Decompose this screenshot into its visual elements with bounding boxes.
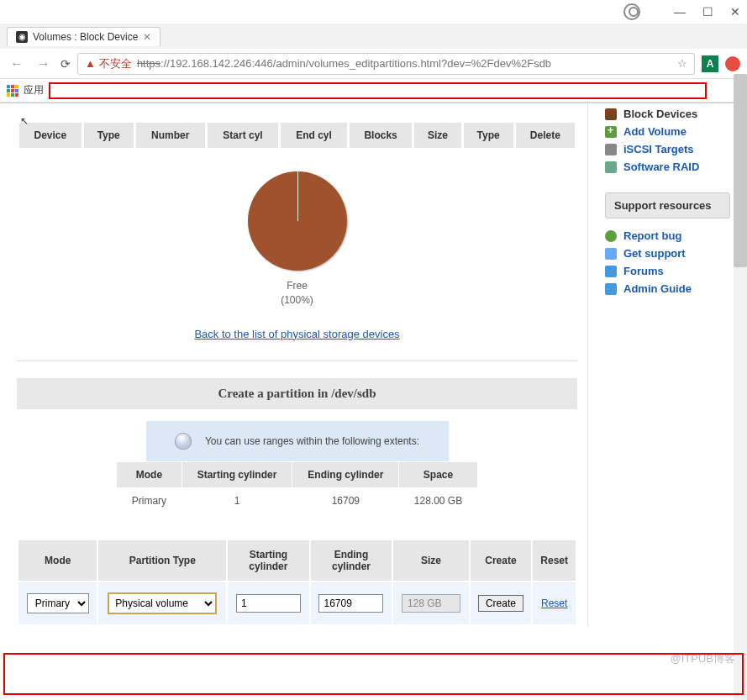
sidebar-link[interactable]: Forums: [623, 265, 664, 277]
browser-tab[interactable]: ◉ Volumes : Block Device ✕: [7, 27, 160, 46]
apps-label[interactable]: 应用: [24, 83, 44, 97]
th-type: Type: [84, 123, 134, 148]
insecure-label: 不安全: [99, 56, 132, 71]
forward-button: →: [34, 56, 54, 71]
browser-chrome: — ☐ ✕ ◉ Volumes : Block Device ✕ ← → ⟳ ▲…: [0, 0, 747, 103]
fh-end: Endingcylinder: [310, 539, 393, 582]
tab-bar: ◉ Volumes : Block Device ✕: [0, 24, 747, 49]
pie-chart: [248, 171, 347, 271]
extent-row: Primary 1 16709 128.00 GB: [117, 487, 477, 513]
pie-chart-wrap: Free (100%): [17, 171, 577, 308]
th-startcyl: Start cyl: [208, 123, 279, 148]
sidebar-link[interactable]: Admin Guide: [623, 282, 692, 295]
page-content: Device Type Number Start cyl End cyl Blo…: [0, 103, 747, 626]
sidebar-link[interactable]: Add Volume: [623, 125, 687, 138]
th-type2: Type: [464, 123, 513, 148]
fh-start: Startingcylinder: [227, 539, 310, 582]
fh-create: Create: [470, 539, 533, 582]
partition-table-header-row: Device Type Number Start cyl End cyl Blo…: [19, 123, 575, 148]
ev-space: 128.00 GB: [399, 487, 477, 513]
ev-start: 1: [181, 487, 292, 513]
sidebar-link[interactable]: iSCSI Targets: [623, 143, 694, 155]
user-icon[interactable]: [623, 3, 640, 20]
pie-label: Free (100%): [17, 279, 577, 308]
window-controls: — ☐ ✕: [0, 0, 747, 24]
tab-title: Volumes : Block Device: [33, 31, 138, 43]
sidebar-item[interactable]: Admin Guide: [605, 280, 730, 297]
address-row: ← → ⟳ ▲ 不安全 https://192.168.142.246:446/…: [0, 49, 747, 79]
favicon-icon: ◉: [16, 31, 28, 43]
partition-type-select[interactable]: Physical volume: [108, 592, 217, 614]
sidebar-link[interactable]: Software RAID: [623, 161, 699, 173]
eh-space: Space: [399, 461, 477, 487]
form-row: Primary Physical volume 128 GB Create↖ R…: [18, 582, 576, 625]
eh-mode: Mode: [117, 461, 181, 487]
lightbulb-icon: [175, 433, 192, 450]
mode-select[interactable]: Primary: [27, 593, 89, 613]
th-endcyl: End cyl: [281, 123, 347, 148]
sidebar-nav: Block DevicesAdd VolumeiSCSI TargetsSoft…: [605, 105, 730, 176]
eh-start: Starting cylinder: [181, 461, 292, 487]
ev-end: 16709: [292, 487, 399, 513]
close-tab-icon[interactable]: ✕: [143, 31, 151, 43]
separator: [17, 361, 577, 361]
back-button[interactable]: ←: [7, 56, 27, 71]
partition-table: Device Type Number Start cyl End cyl Blo…: [17, 120, 577, 150]
reload-button[interactable]: ⟳: [60, 57, 71, 71]
back-link[interactable]: Back to the list of physical storage dev…: [194, 328, 399, 340]
size-readonly: 128 GB: [402, 594, 460, 613]
sidebar-item[interactable]: Software RAID: [605, 158, 730, 176]
ic-bug-icon: [605, 230, 617, 242]
highlight-box-top: [49, 82, 707, 99]
url-text: ://192.168.142.246:446/admin/volumes_edi…: [160, 57, 551, 70]
close-window-button[interactable]: ✕: [730, 5, 740, 18]
start-cyl-input[interactable]: [236, 594, 301, 613]
ic-raid-icon: [605, 161, 617, 173]
reset-link[interactable]: Reset: [541, 597, 567, 609]
sidebar-link[interactable]: Get support: [623, 247, 686, 260]
info-text: You can use ranges within the following …: [205, 435, 419, 447]
ic-guide-icon: [605, 283, 617, 295]
extent-header-row: Mode Starting cylinder Ending cylinder S…: [117, 461, 477, 487]
form-header-row: Mode Partition Type Startingcylinder End…: [18, 539, 576, 582]
ic-block-icon: [605, 108, 617, 120]
sidebar-link[interactable]: Report bug: [623, 229, 681, 242]
address-bar[interactable]: ▲ 不安全 https://192.168.142.246:446/admin/…: [77, 53, 695, 75]
mouse-cursor-icon: ↖: [20, 115, 29, 127]
end-cyl-input[interactable]: [318, 594, 383, 613]
sidebar-item[interactable]: Block Devices: [605, 105, 730, 123]
create-button[interactable]: Create: [478, 595, 523, 612]
url-proto: https: [137, 57, 160, 70]
sidebar-item[interactable]: Add Volume: [605, 123, 730, 140]
sidebar-item[interactable]: Forums: [605, 262, 730, 280]
sidebar-link[interactable]: Block Devices: [623, 108, 697, 120]
extension-a-icon[interactable]: A: [702, 55, 718, 72]
sidebar-item[interactable]: iSCSI Targets: [605, 140, 730, 158]
sidebar-support: Report bugGet supportForumsAdmin Guide: [605, 227, 730, 297]
th-size: Size: [414, 123, 460, 148]
sidebar-item[interactable]: Get support: [605, 245, 730, 262]
extent-table: Mode Starting cylinder Ending cylinder S…: [116, 461, 477, 513]
th-number: Number: [136, 123, 205, 148]
fh-mode: Mode: [18, 539, 97, 582]
fh-reset: Reset: [532, 539, 576, 582]
ic-add-icon: [605, 126, 617, 138]
minimize-button[interactable]: —: [674, 5, 686, 18]
sidebar-item[interactable]: Report bug: [605, 227, 730, 245]
create-form-table: Mode Partition Type Startingcylinder End…: [17, 539, 577, 627]
extension-abp-icon[interactable]: [725, 56, 740, 71]
ic-iscsi-icon: [605, 144, 617, 155]
pie-label-name: Free: [287, 280, 308, 292]
apps-icon[interactable]: [7, 85, 18, 97]
bookmark-star-icon[interactable]: ☆: [677, 57, 687, 70]
maximize-button[interactable]: ☐: [702, 5, 713, 18]
support-header: Support resources: [605, 192, 730, 218]
eh-end: Ending cylinder: [292, 461, 399, 487]
ic-support-icon: [605, 248, 617, 260]
back-link-wrap: Back to the list of physical storage dev…: [17, 328, 577, 340]
bookmark-bar: 应用: [0, 79, 747, 103]
info-box: You can use ranges within the following …: [146, 421, 449, 461]
fh-ptype: Partition Type: [97, 539, 227, 582]
section-header: Create a partition in /dev/sdb: [17, 378, 577, 409]
th-blocks: Blocks: [350, 123, 412, 148]
